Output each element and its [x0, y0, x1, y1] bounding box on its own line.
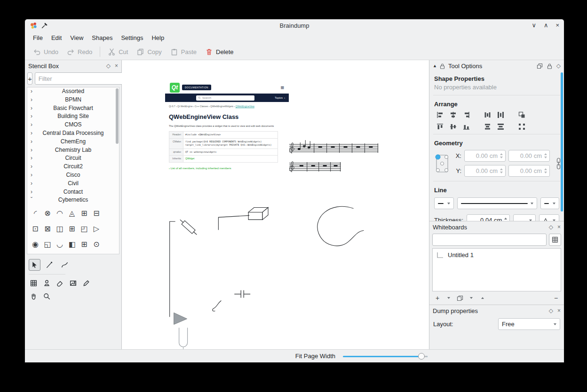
menu-item[interactable]: Shapes [87, 33, 117, 43]
maximize-button[interactable]: ∧ [544, 19, 548, 31]
expander-arrow-icon[interactable]: › [31, 129, 32, 138]
stencil-category-row[interactable]: › Civil [27, 180, 119, 188]
expander-arrow-icon[interactable]: › [31, 171, 32, 180]
grid-tool-button[interactable] [29, 278, 39, 288]
width-spinbox[interactable]: 0.00 cm [508, 150, 550, 162]
stencil-item-icon[interactable]: ▷ [90, 221, 103, 236]
menu-item[interactable]: Edit [47, 33, 66, 43]
stencil-item-icon[interactable]: ◻ [54, 252, 66, 254]
close-panel-icon[interactable]: × [115, 63, 118, 69]
select-tool-button[interactable] [29, 259, 40, 271]
float-panel-icon[interactable]: ◇ [106, 63, 111, 69]
image-tool-button[interactable] [68, 278, 78, 288]
stencil-item-icon[interactable]: ◡ [54, 236, 66, 252]
dash-options-combo[interactable]: ... [513, 214, 535, 221]
stencil-category-row[interactable]: › Central Data Processing [27, 129, 119, 138]
close-button[interactable]: × [555, 19, 559, 31]
align-left-icon[interactable] [436, 111, 444, 119]
stencil-category-row[interactable]: › Chemistry Lab [27, 146, 119, 155]
cut-button[interactable]: Cut [103, 46, 132, 58]
menu-item[interactable]: File [29, 33, 47, 43]
polyline-shape[interactable] [170, 221, 175, 317]
freehand-curve-shape[interactable] [317, 206, 364, 246]
distribute-v-icon[interactable] [484, 123, 492, 131]
stencil-category-row[interactable]: › ChemEng [27, 138, 119, 146]
freehand-tool-button[interactable] [44, 259, 56, 271]
float-panel-icon[interactable]: ◇ [549, 308, 553, 314]
stencil-category-row[interactable]: ˇ Cybernetics [27, 196, 119, 204]
expander-arrow-icon[interactable]: › [31, 138, 32, 146]
menu-item[interactable]: Settings [117, 33, 147, 43]
triangle-shape[interactable] [174, 313, 187, 324]
connector-line-shape[interactable] [218, 215, 249, 230]
group-objects-icon[interactable] [518, 111, 526, 119]
redo-button[interactable]: Redo [63, 46, 96, 58]
float-panel-icon[interactable]: ◇ [549, 224, 553, 230]
line-style-combo[interactable] [457, 197, 537, 209]
stencil-category-row[interactable]: › BPMN [27, 96, 119, 104]
expander-arrow-icon[interactable]: › [31, 188, 32, 196]
stencil-category-row[interactable]: › Circuit [27, 154, 119, 163]
stencil-item-icon[interactable]: ◧ [66, 236, 78, 252]
align-vcenter-icon[interactable] [449, 123, 457, 131]
remove-whiteboard-button[interactable]: − [553, 294, 559, 302]
stencil-item-icon[interactable]: ◰ [78, 221, 90, 236]
zoom-slider-handle[interactable] [418, 353, 425, 360]
music-staff-shape[interactable] [289, 140, 378, 172]
squiggle-shape[interactable] [213, 301, 222, 311]
board-view-button[interactable] [549, 234, 561, 246]
align-hcenter-icon[interactable] [449, 111, 457, 119]
expander-arrow-icon[interactable]: › [31, 154, 32, 163]
detach-icon[interactable] [537, 63, 543, 69]
stencil-category-row[interactable]: › Circuit2 [27, 163, 119, 171]
paste-button[interactable]: Paste [166, 46, 201, 58]
diode-shape[interactable] [178, 218, 198, 236]
stencil-category-row[interactable]: › Building Site [27, 112, 119, 121]
chevron-down-icon[interactable] [468, 294, 475, 302]
stencil-item-icon[interactable]: ◬ [66, 205, 78, 221]
delete-button[interactable]: Delete [201, 46, 238, 58]
stencil-category-row[interactable]: › Cisco [27, 171, 119, 180]
whiteboard-search-input[interactable] [432, 234, 547, 246]
stencil-filter-input[interactable] [35, 72, 125, 85]
capacitor-shape[interactable] [234, 290, 250, 298]
expander-arrow-icon[interactable]: ˇ [31, 196, 32, 204]
minimize-button[interactable]: ∨ [531, 19, 536, 31]
calligraphy-tool-button[interactable] [59, 259, 71, 271]
expander-arrow-icon[interactable]: › [31, 163, 32, 171]
whiteboard-list-item[interactable]: Untitled 1 [436, 251, 558, 259]
zoom-slider[interactable] [343, 353, 428, 360]
stencil-item-icon[interactable]: ⊙ [90, 236, 103, 252]
stencil-item-icon[interactable]: ◉ [29, 236, 41, 252]
stencil-category-row[interactable]: › Basic Flowchart [27, 104, 119, 113]
menu-item[interactable]: View [66, 33, 87, 43]
expander-arrow-icon[interactable]: › [31, 87, 32, 96]
box-3d-shape[interactable] [248, 207, 268, 220]
stencil-category-row[interactable]: › Contact [27, 188, 119, 196]
stencil-item-icon[interactable]: ◁ [29, 252, 41, 254]
expander-arrow-icon[interactable]: › [31, 180, 32, 188]
tube-shape[interactable] [179, 328, 188, 347]
y-position-spinbox[interactable]: 0.00 cm [464, 165, 506, 177]
stencil-item-icon[interactable]: ⊡ [29, 221, 41, 236]
align-top-icon[interactable] [436, 123, 444, 131]
stamp-tool-button[interactable] [42, 278, 52, 288]
stencil-item-icon[interactable]: ⊞ [66, 221, 78, 236]
align-bottom-icon[interactable] [462, 123, 470, 131]
collapse-icon[interactable]: ▲ [433, 64, 437, 68]
height-spinbox[interactable]: 0.00 cm [508, 165, 550, 177]
stencil-item-icon[interactable]: ◜ [29, 205, 41, 221]
close-panel-icon[interactable]: × [557, 308, 561, 314]
undo-button[interactable]: Undo [29, 46, 63, 58]
tool-options-scrollbar[interactable] [561, 72, 563, 212]
stencil-item-icon[interactable]: ◠ [54, 205, 66, 221]
expander-arrow-icon[interactable]: › [31, 112, 32, 121]
expander-arrow-icon[interactable]: › [31, 146, 32, 155]
chevron-up-icon[interactable] [479, 294, 486, 302]
line-end-combo[interactable] [540, 197, 559, 209]
pan-tool-button[interactable] [29, 291, 39, 301]
stencil-item-icon[interactable]: ◇ [41, 252, 54, 254]
distribute-h-icon[interactable] [484, 111, 492, 119]
stencil-item-icon[interactable]: ⊞ [78, 205, 90, 221]
stencil-category-row[interactable]: › CMOS [27, 121, 119, 129]
